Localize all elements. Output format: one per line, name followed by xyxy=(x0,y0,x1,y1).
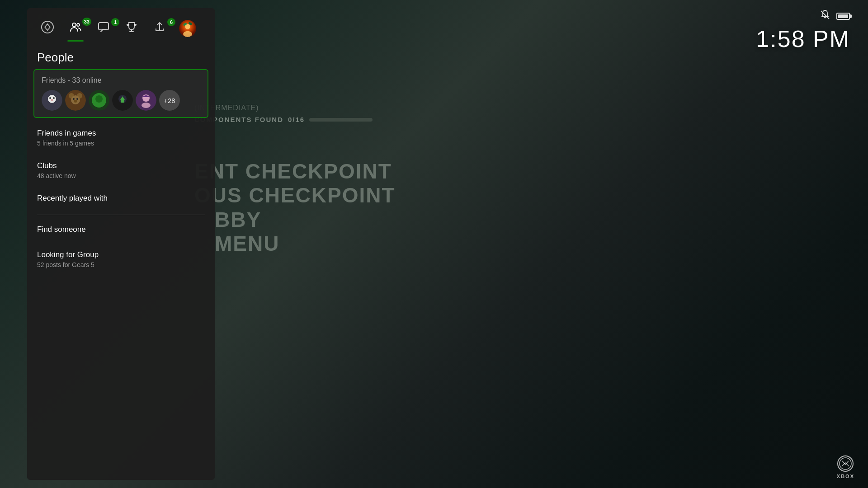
active-indicator xyxy=(67,40,84,42)
friends-more-count: +28 xyxy=(159,90,180,111)
svg-point-1 xyxy=(840,458,851,469)
people-panel: 33 1 xyxy=(27,8,215,480)
svg-point-14 xyxy=(49,97,51,99)
mute-icon xyxy=(819,9,831,23)
svg-rect-29 xyxy=(121,100,124,103)
nav-item-people[interactable]: 33 xyxy=(63,20,88,37)
svg-point-23 xyxy=(74,100,77,103)
menu-item-title: Clubs xyxy=(37,161,205,170)
nav-item-trophy[interactable] xyxy=(119,21,144,37)
menu-item-subtitle: 48 active now xyxy=(37,172,205,179)
xbox-brand-text: XBOX xyxy=(837,474,854,479)
people-icon xyxy=(69,20,82,37)
clock-display: 1:58 PM xyxy=(756,25,850,52)
share-badge: 6 xyxy=(167,18,175,26)
menu-item-friends-in-games[interactable]: Friends in games 5 friends in 5 games xyxy=(33,122,208,154)
nav-item-share[interactable]: 6 xyxy=(147,21,172,37)
xbox-brand: XBOX xyxy=(837,455,854,479)
menu-item-looking-for-group[interactable]: Looking for Group 52 posts for Gears 5 xyxy=(33,243,208,276)
bg-checkpoint-text: ENT CHECKPOINT OUS CHECKPOINT xyxy=(194,160,396,207)
bg-mode-text: (INTERMEDIATE) xyxy=(194,104,396,112)
page-title: People xyxy=(27,44,215,69)
battery-icon xyxy=(836,13,850,20)
friends-card-title: Friends - 33 online xyxy=(42,76,200,84)
menu-item-subtitle: 52 posts for Gears 5 xyxy=(37,261,205,268)
svg-point-26 xyxy=(95,95,103,103)
svg-point-21 xyxy=(73,98,75,100)
bg-lobby-text: BBY MENU xyxy=(215,208,279,256)
bg-components-value: 0/16 xyxy=(288,116,305,123)
panel-content: Friends - 33 online xyxy=(27,69,215,480)
trophy-icon xyxy=(125,21,138,37)
nav-item-home[interactable] xyxy=(35,20,60,37)
bg-game-info: (INTERMEDIATE) COMPONENTS FOUND 0/16 ENT… xyxy=(194,104,396,207)
svg-point-32 xyxy=(142,103,151,108)
system-icons xyxy=(819,9,850,23)
friend-avatar-3 xyxy=(89,90,109,111)
menu-item-clubs[interactable]: Clubs 48 active now xyxy=(33,154,208,187)
svg-point-22 xyxy=(76,98,78,100)
people-badge: 33 xyxy=(82,18,91,26)
menu-item-find-someone[interactable]: Find someone xyxy=(33,218,208,243)
friend-avatar-1 xyxy=(42,90,62,111)
friend-avatar-4 xyxy=(112,90,133,111)
friends-card[interactable]: Friends - 33 online xyxy=(33,69,208,118)
menu-item-title: Recently played with xyxy=(37,194,205,203)
share-icon xyxy=(153,21,166,37)
system-area: 1:58 PM xyxy=(756,9,850,52)
svg-point-2 xyxy=(42,21,53,33)
menu-item-subtitle: 5 friends in 5 games xyxy=(37,140,205,147)
svg-point-15 xyxy=(53,97,55,99)
menu-item-title: Looking for Group xyxy=(37,250,205,259)
friend-avatar-5 xyxy=(136,90,156,111)
friends-avatars: +28 xyxy=(42,90,200,111)
nav-item-chat[interactable]: 1 xyxy=(91,21,116,37)
menu-item-recently-played[interactable]: Recently played with xyxy=(33,187,208,212)
divider xyxy=(37,215,205,215)
svg-point-8 xyxy=(183,31,192,37)
xbox-logo xyxy=(837,455,854,472)
xbox-home-icon xyxy=(41,20,54,37)
svg-rect-5 xyxy=(99,23,108,30)
bg-progress-track xyxy=(309,118,373,122)
svg-point-16 xyxy=(51,99,53,101)
chat-badge: 1 xyxy=(111,18,119,26)
friend-avatar-2 xyxy=(65,90,86,111)
nav-bar: 33 1 xyxy=(27,8,215,44)
user-avatar xyxy=(179,20,196,37)
chat-icon xyxy=(97,21,110,37)
svg-point-4 xyxy=(77,23,80,26)
menu-item-title: Find someone xyxy=(37,225,205,234)
nav-item-avatar[interactable] xyxy=(175,20,200,37)
menu-item-title: Friends in games xyxy=(37,129,205,138)
svg-point-3 xyxy=(72,23,76,27)
